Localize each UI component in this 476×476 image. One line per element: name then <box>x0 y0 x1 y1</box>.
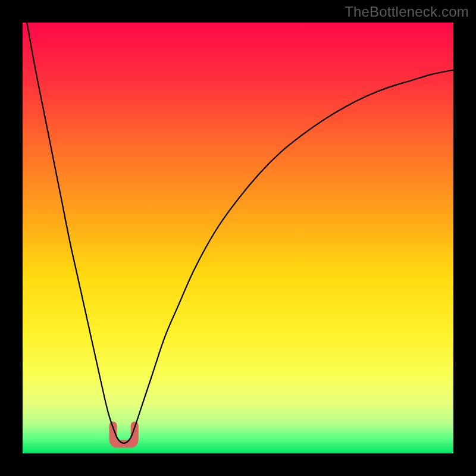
chart-frame: TheBottleneck.com <box>0 0 476 476</box>
plot-area <box>23 23 453 453</box>
watermark-text: TheBottleneck.com <box>345 4 469 20</box>
curve-layer <box>23 23 453 453</box>
bottleneck-curve <box>27 23 453 443</box>
